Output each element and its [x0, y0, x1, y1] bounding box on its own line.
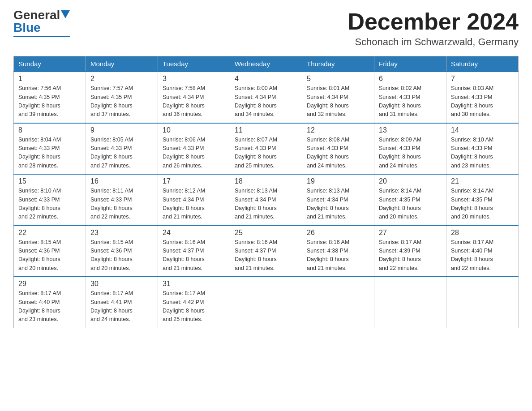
calendar-cell	[230, 277, 302, 328]
calendar-table: SundayMondayTuesdayWednesdayThursdayFrid…	[13, 56, 519, 328]
calendar-cell: 10 Sunrise: 8:06 AM Sunset: 4:33 PM Dayl…	[158, 123, 230, 175]
day-number: 21	[451, 177, 514, 185]
logo-general-text: General	[13, 9, 60, 21]
day-number: 8	[18, 126, 81, 134]
day-number: 3	[163, 75, 225, 83]
calendar-cell: 19 Sunrise: 8:13 AM Sunset: 4:34 PM Dayl…	[302, 174, 374, 226]
day-info: Sunrise: 8:17 AM Sunset: 4:41 PM Dayligh…	[90, 289, 153, 324]
day-number: 11	[235, 126, 297, 134]
logo: General Blue	[13, 9, 70, 37]
calendar-cell: 13 Sunrise: 8:09 AM Sunset: 4:33 PM Dayl…	[374, 123, 446, 175]
calendar-cell: 24 Sunrise: 8:16 AM Sunset: 4:37 PM Dayl…	[158, 226, 230, 277]
day-info: Sunrise: 8:16 AM Sunset: 4:38 PM Dayligh…	[307, 238, 369, 273]
day-number: 12	[307, 126, 369, 134]
calendar-week-row: 8 Sunrise: 8:04 AM Sunset: 4:33 PM Dayli…	[14, 123, 519, 175]
calendar-cell: 20 Sunrise: 8:14 AM Sunset: 4:35 PM Dayl…	[374, 174, 446, 226]
day-number: 29	[18, 280, 81, 288]
day-info: Sunrise: 7:58 AM Sunset: 4:34 PM Dayligh…	[163, 84, 225, 119]
calendar-cell: 1 Sunrise: 7:56 AM Sunset: 4:35 PM Dayli…	[14, 72, 86, 123]
logo-blue-text: Blue	[13, 21, 41, 34]
day-info: Sunrise: 8:09 AM Sunset: 4:33 PM Dayligh…	[379, 136, 442, 171]
day-info: Sunrise: 8:15 AM Sunset: 4:36 PM Dayligh…	[90, 238, 153, 273]
day-info: Sunrise: 8:03 AM Sunset: 4:33 PM Dayligh…	[451, 84, 514, 119]
calendar-cell: 23 Sunrise: 8:15 AM Sunset: 4:36 PM Dayl…	[86, 226, 158, 277]
day-info: Sunrise: 8:08 AM Sunset: 4:33 PM Dayligh…	[307, 136, 369, 171]
calendar-cell: 14 Sunrise: 8:10 AM Sunset: 4:33 PM Dayl…	[446, 123, 519, 175]
day-info: Sunrise: 8:07 AM Sunset: 4:33 PM Dayligh…	[235, 136, 297, 171]
day-number: 16	[90, 177, 153, 185]
day-info: Sunrise: 8:11 AM Sunset: 4:33 PM Dayligh…	[90, 187, 153, 222]
calendar-cell	[302, 277, 374, 328]
day-info: Sunrise: 8:13 AM Sunset: 4:34 PM Dayligh…	[235, 187, 297, 222]
logo-underline	[13, 36, 70, 37]
calendar-header-monday: Monday	[86, 56, 158, 72]
calendar-header-thursday: Thursday	[302, 56, 374, 72]
day-info: Sunrise: 7:56 AM Sunset: 4:35 PM Dayligh…	[18, 84, 81, 119]
calendar-week-row: 29 Sunrise: 8:17 AM Sunset: 4:40 PM Dayl…	[14, 277, 519, 328]
calendar-header-friday: Friday	[374, 56, 446, 72]
day-number: 24	[163, 229, 225, 237]
day-number: 22	[18, 229, 81, 237]
calendar-cell: 30 Sunrise: 8:17 AM Sunset: 4:41 PM Dayl…	[86, 277, 158, 328]
day-info: Sunrise: 8:17 AM Sunset: 4:40 PM Dayligh…	[18, 289, 81, 324]
day-number: 5	[307, 75, 369, 83]
day-number: 23	[90, 229, 153, 237]
title-area: December 2024 Schonach im Schwarzwald, G…	[348, 9, 519, 48]
day-number: 10	[163, 126, 225, 134]
day-info: Sunrise: 8:06 AM Sunset: 4:33 PM Dayligh…	[163, 136, 225, 171]
calendar-week-row: 22 Sunrise: 8:15 AM Sunset: 4:36 PM Dayl…	[14, 226, 519, 277]
location-title: Schonach im Schwarzwald, Germany	[348, 36, 519, 48]
day-info: Sunrise: 8:00 AM Sunset: 4:34 PM Dayligh…	[235, 84, 297, 119]
calendar-cell: 25 Sunrise: 8:16 AM Sunset: 4:37 PM Dayl…	[230, 226, 302, 277]
calendar-header-wednesday: Wednesday	[230, 56, 302, 72]
day-number: 2	[90, 75, 153, 83]
day-info: Sunrise: 8:10 AM Sunset: 4:33 PM Dayligh…	[18, 187, 81, 222]
day-number: 9	[90, 126, 153, 134]
day-info: Sunrise: 8:13 AM Sunset: 4:34 PM Dayligh…	[307, 187, 369, 222]
calendar-header-sunday: Sunday	[14, 56, 86, 72]
calendar-cell: 21 Sunrise: 8:14 AM Sunset: 4:35 PM Dayl…	[446, 174, 519, 226]
page-header: General Blue December 2024 Schonach im S…	[13, 9, 519, 48]
logo-triangle-icon	[61, 10, 70, 18]
calendar-cell: 29 Sunrise: 8:17 AM Sunset: 4:40 PM Dayl…	[14, 277, 86, 328]
day-number: 17	[163, 177, 225, 185]
day-info: Sunrise: 8:17 AM Sunset: 4:39 PM Dayligh…	[379, 238, 442, 273]
calendar-cell: 2 Sunrise: 7:57 AM Sunset: 4:35 PM Dayli…	[86, 72, 158, 123]
day-number: 15	[18, 177, 81, 185]
day-number: 13	[379, 126, 442, 134]
calendar-cell	[446, 277, 519, 328]
calendar-cell: 26 Sunrise: 8:16 AM Sunset: 4:38 PM Dayl…	[302, 226, 374, 277]
day-info: Sunrise: 8:14 AM Sunset: 4:35 PM Dayligh…	[451, 187, 514, 222]
day-info: Sunrise: 8:17 AM Sunset: 4:42 PM Dayligh…	[163, 289, 225, 324]
calendar-cell: 17 Sunrise: 8:12 AM Sunset: 4:34 PM Dayl…	[158, 174, 230, 226]
day-number: 14	[451, 126, 514, 134]
day-number: 18	[235, 177, 297, 185]
calendar-header-tuesday: Tuesday	[158, 56, 230, 72]
calendar-cell: 15 Sunrise: 8:10 AM Sunset: 4:33 PM Dayl…	[14, 174, 86, 226]
day-number: 20	[379, 177, 442, 185]
day-number: 27	[379, 229, 442, 237]
calendar-cell: 9 Sunrise: 8:05 AM Sunset: 4:33 PM Dayli…	[86, 123, 158, 175]
day-info: Sunrise: 8:16 AM Sunset: 4:37 PM Dayligh…	[163, 238, 225, 273]
calendar-cell: 8 Sunrise: 8:04 AM Sunset: 4:33 PM Dayli…	[14, 123, 86, 175]
day-info: Sunrise: 8:17 AM Sunset: 4:40 PM Dayligh…	[451, 238, 514, 273]
day-number: 28	[451, 229, 514, 237]
day-info: Sunrise: 8:10 AM Sunset: 4:33 PM Dayligh…	[451, 136, 514, 171]
calendar-cell: 16 Sunrise: 8:11 AM Sunset: 4:33 PM Dayl…	[86, 174, 158, 226]
day-number: 25	[235, 229, 297, 237]
day-info: Sunrise: 8:02 AM Sunset: 4:33 PM Dayligh…	[379, 84, 442, 119]
calendar-cell	[374, 277, 446, 328]
calendar-cell: 22 Sunrise: 8:15 AM Sunset: 4:36 PM Dayl…	[14, 226, 86, 277]
calendar-cell: 11 Sunrise: 8:07 AM Sunset: 4:33 PM Dayl…	[230, 123, 302, 175]
day-number: 30	[90, 280, 153, 288]
month-title: December 2024	[348, 9, 519, 34]
calendar-cell: 3 Sunrise: 7:58 AM Sunset: 4:34 PM Dayli…	[158, 72, 230, 123]
day-info: Sunrise: 8:04 AM Sunset: 4:33 PM Dayligh…	[18, 136, 81, 171]
calendar-cell: 4 Sunrise: 8:00 AM Sunset: 4:34 PM Dayli…	[230, 72, 302, 123]
calendar-cell: 5 Sunrise: 8:01 AM Sunset: 4:34 PM Dayli…	[302, 72, 374, 123]
day-info: Sunrise: 8:16 AM Sunset: 4:37 PM Dayligh…	[235, 238, 297, 273]
day-number: 7	[451, 75, 514, 83]
day-number: 31	[163, 280, 225, 288]
calendar-cell: 28 Sunrise: 8:17 AM Sunset: 4:40 PM Dayl…	[446, 226, 519, 277]
day-info: Sunrise: 8:12 AM Sunset: 4:34 PM Dayligh…	[163, 187, 225, 222]
